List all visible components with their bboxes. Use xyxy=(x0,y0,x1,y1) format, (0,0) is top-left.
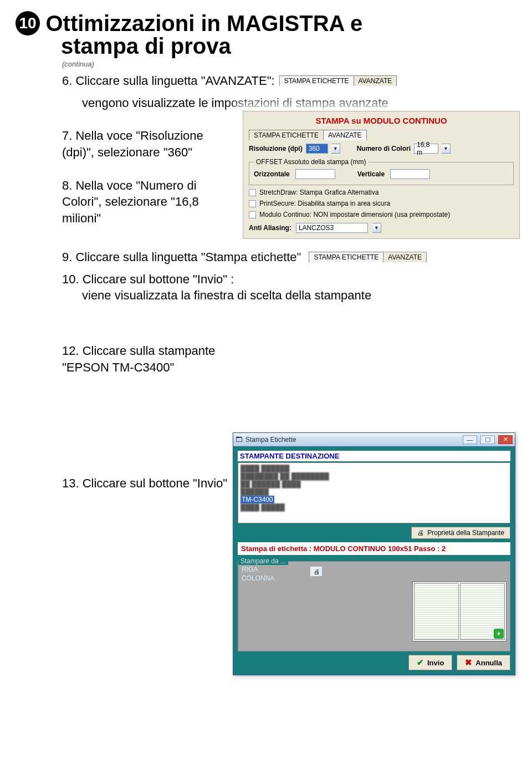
settings-title: STAMPA su MODULO CONTINUO xyxy=(249,115,514,129)
offset-fieldset: OFFSET Assoluto della stampa (mm) Orizzo… xyxy=(249,158,514,185)
colonna-label: COLONNA xyxy=(242,574,274,582)
checkbox-printsecure[interactable] xyxy=(249,200,256,207)
tabstrip-inline-1: STAMPA ETICHETTE AVANZATE xyxy=(279,75,397,86)
label-preview-left xyxy=(414,583,459,640)
dest-title: STAMPANTE DESTINAZIONE xyxy=(238,451,510,461)
print-window: 🗔 Stampa Etichette — ▢ ✕ STAMPANTE DESTI… xyxy=(233,432,515,675)
step-7-text: 7. Nella voce "Risoluzione (dpi)", selez… xyxy=(62,128,228,160)
checkbox-modulocontinuo[interactable] xyxy=(249,211,256,218)
title-line1: Ottimizzazioni in MAGISTRA e xyxy=(45,11,362,35)
page-header: 10 Ottimizzazioni in MAGISTRA e stampa d… xyxy=(16,11,516,68)
tab-stampa-etichette[interactable]: STAMPA ETICHETTE xyxy=(309,252,383,262)
step-9-text: 9. Cliccare sulla linguetta "Stampa etic… xyxy=(62,249,301,266)
list-item[interactable]: ████ █████ xyxy=(241,503,508,511)
window-titlebar: 🗔 Stampa Etichette — ▢ ✕ xyxy=(233,433,515,446)
list-item[interactable]: ████ ██████ xyxy=(241,465,508,472)
red-strip: Stampa di etichetta : MODULO CONTINUO 10… xyxy=(238,542,510,555)
verticale-label: Verticale xyxy=(357,170,385,178)
annulla-label: Annulla xyxy=(475,659,502,667)
numcolori-field[interactable]: 16,8 m xyxy=(414,144,438,154)
zoom-plus-icon[interactable]: + xyxy=(494,629,504,639)
chevron-down-icon[interactable]: ▼ xyxy=(372,223,381,233)
antialiasing-label: Anti Aliasing: xyxy=(249,224,291,232)
printer-properties-button[interactable]: 🖨 Proprietà della Stampante xyxy=(411,527,510,539)
label-preview: + xyxy=(412,582,507,641)
orizzontale-label: Orizzontale xyxy=(254,170,290,178)
step-circle: 10 xyxy=(16,11,40,35)
checkbox-stretchdraw[interactable] xyxy=(249,189,256,196)
verticale-field[interactable] xyxy=(390,169,430,179)
stampare-fieldset: Stampare da ... RIGA COLONNA 🖨 + xyxy=(238,557,510,651)
step-6-text: 6. Cliccare sulla linguetta "AVANZATE": xyxy=(62,73,275,89)
prop-btn-label: Proprietà della Stampante xyxy=(427,529,504,537)
step-10-text: 10. Cliccare sul bottone "Invio" : xyxy=(62,271,516,288)
chevron-down-icon[interactable]: ▼ xyxy=(442,144,451,154)
risoluzione-field[interactable]: 360 xyxy=(306,144,328,154)
close-button[interactable]: ✕ xyxy=(498,435,513,444)
step-8-text: 8. Nella voce "Numero di Colori", selezi… xyxy=(62,177,228,227)
printer-selected[interactable]: TM-C3400 xyxy=(241,496,274,503)
numcolori-label: Numero di Colori xyxy=(357,145,411,152)
step-12-text: 12. Cliccare sulla stampante "EPSON TM-C… xyxy=(62,343,250,375)
printer-icon: 🖨 xyxy=(417,529,424,537)
tab-avanzate[interactable]: AVANZATE xyxy=(383,252,427,262)
chevron-down-icon[interactable]: ▼ xyxy=(331,144,340,154)
list-item[interactable]: ██ ██████ ████ xyxy=(241,480,508,488)
invio-label: Invio xyxy=(427,659,444,667)
chk1-label: StretchDraw: Stampa Grafica Alternativa xyxy=(259,189,378,196)
list-item[interactable]: ██████ xyxy=(241,488,508,496)
step-6-sub: vengono visualizzate le impostazioni di … xyxy=(82,95,516,111)
riga-label: RIGA xyxy=(242,566,258,573)
print-icon-button[interactable]: 🖨 xyxy=(310,567,323,577)
check-icon: ✔ xyxy=(417,658,424,668)
tab-avanzate[interactable]: AVANZATE xyxy=(323,130,367,140)
app-icon: 🗔 xyxy=(236,436,242,444)
chk2-label: PrintSecure: Disabilita stampa in area s… xyxy=(259,200,390,207)
tab-stampa-etichette[interactable]: STAMPA ETICHETTE xyxy=(249,130,324,140)
window-title: Stampa Etichette xyxy=(245,436,296,444)
chk3-label: Modulo Continuo: NON impostare dimension… xyxy=(259,211,450,218)
stampare-legend: Stampare da ... xyxy=(238,557,288,565)
tab-stampa-etichette[interactable]: STAMPA ETICHETTE xyxy=(279,75,354,86)
step-10-sub: viene visualizzata la finestra di scelta… xyxy=(82,287,516,304)
tabstrip-inline-2: STAMPA ETICHETTE AVANZATE xyxy=(309,252,426,262)
list-item[interactable]: ████████ ██ ████████ xyxy=(241,472,508,480)
printer-list[interactable]: ████ ██████ ████████ ██ ████████ ██ ████… xyxy=(238,462,510,523)
orizzontale-field[interactable] xyxy=(295,169,335,179)
risoluzione-label: Risoluzione (dpi) xyxy=(249,145,303,152)
tab-avanzate[interactable]: AVANZATE xyxy=(354,75,397,86)
title-line2: stampa di prova xyxy=(61,34,516,59)
annulla-button[interactable]: ✖ Annulla xyxy=(457,655,510,670)
antialiasing-field[interactable]: LANCZOS3 xyxy=(296,223,368,233)
continua-label: (continua) xyxy=(62,60,516,68)
x-icon: ✖ xyxy=(465,658,472,668)
offset-legend: OFFSET Assoluto della stampa (mm) xyxy=(254,158,369,166)
maximize-button[interactable]: ▢ xyxy=(480,435,495,444)
settings-tabs: STAMPA ETICHETTE AVANZATE xyxy=(249,130,366,140)
minimize-button[interactable]: — xyxy=(463,435,477,444)
invio-button[interactable]: ✔ Invio xyxy=(408,655,452,670)
settings-panel: STAMPA su MODULO CONTINUO STAMPA ETICHET… xyxy=(243,111,520,239)
